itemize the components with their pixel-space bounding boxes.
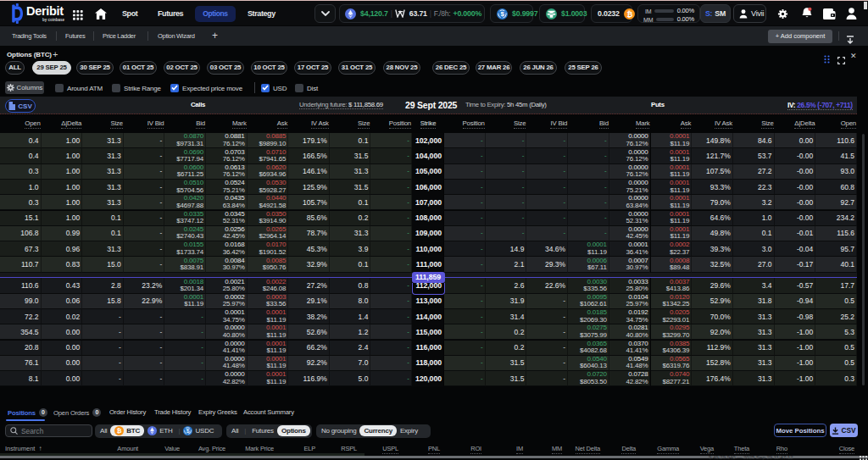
- svg-text:₿: ₿: [626, 9, 632, 18]
- svg-text:₿: ₿: [117, 428, 122, 435]
- svg-text:$: $: [186, 428, 190, 434]
